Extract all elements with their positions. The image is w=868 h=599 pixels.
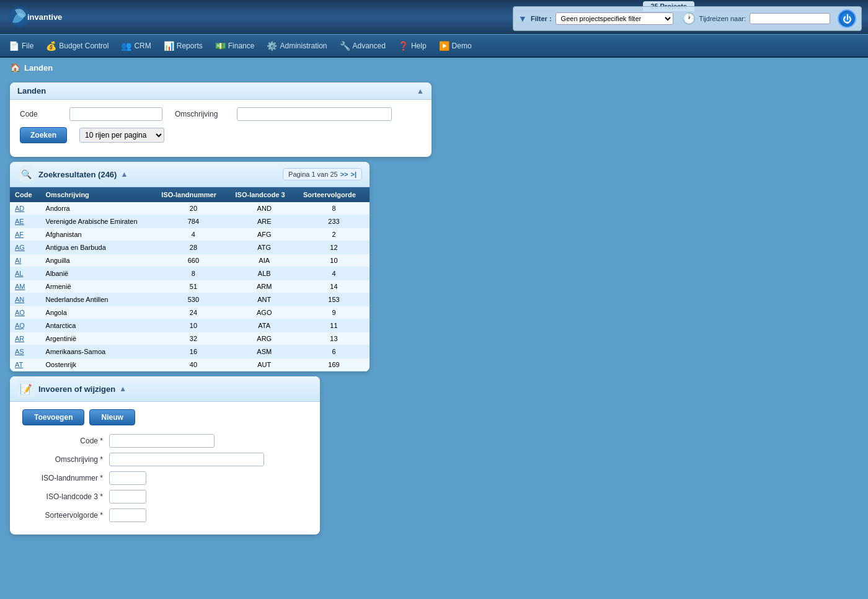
- pagination-info: Pagina 1 van 25 >> >|: [283, 168, 362, 180]
- results-search-icon: 🔍: [17, 166, 35, 183]
- edit-field-row-iso_landcode3: ISO-landcode 3 *: [22, 490, 308, 504]
- nav-item-crm[interactable]: 👥 CRM: [115, 38, 157, 53]
- row-code-link[interactable]: AL: [15, 270, 23, 277]
- row-code-link[interactable]: AT: [15, 361, 23, 368]
- code-input[interactable]: [69, 107, 162, 121]
- crm-icon: 👥: [121, 41, 131, 51]
- toevoegen-button[interactable]: Toevoegen: [22, 409, 84, 425]
- row-code-link[interactable]: AS: [15, 348, 24, 355]
- cell-iso-num: 28: [156, 241, 230, 254]
- code-label: Code: [20, 110, 57, 118]
- cell-iso-num: 51: [156, 280, 230, 293]
- results-panel-header: 🔍 Zoekresultaten (246) ▲ Pagina 1 van 25…: [10, 162, 370, 187]
- help-icon: ❓: [398, 41, 409, 51]
- cell-code: AS: [10, 345, 41, 358]
- cell-omschrijving: Afghanistan: [41, 228, 157, 241]
- cell-iso3: AIA: [231, 254, 298, 267]
- cell-sort: 12: [298, 241, 370, 254]
- row-code-link[interactable]: AG: [15, 244, 25, 251]
- cell-sort: 2: [298, 228, 370, 241]
- edit-input-code[interactable]: [109, 434, 215, 448]
- cell-omschrijving: Verenigde Arabische Emiraten: [41, 215, 157, 228]
- results-title-text: Zoekresultaten (246): [38, 170, 117, 179]
- row-code-link[interactable]: AM: [15, 283, 25, 290]
- table-row: AF Afghanistan 4 AFG 2: [10, 228, 370, 241]
- cell-sort: 11: [298, 319, 370, 332]
- nieuw-button[interactable]: Nieuw: [89, 409, 135, 425]
- svg-text:invantive: invantive: [27, 12, 62, 22]
- cell-omschrijving: Argentinië: [41, 332, 157, 345]
- cell-code: AQ: [10, 319, 41, 332]
- row-code-link[interactable]: AF: [15, 231, 24, 238]
- filter-select[interactable]: Geen projectspecifiek filter: [556, 12, 673, 25]
- nav-item-reports[interactable]: 📊 Reports: [157, 38, 209, 53]
- edit-toolbar: Toevoegen Nieuw: [22, 409, 308, 425]
- table-row: AD Andorra 20 AND 8: [10, 202, 370, 215]
- edit-icon: 📝: [17, 380, 35, 397]
- row-code-link[interactable]: AE: [15, 218, 24, 225]
- cell-code: AE: [10, 215, 41, 228]
- reports-icon: 📊: [164, 41, 174, 51]
- edit-input-sorteervolgorde[interactable]: [109, 508, 146, 522]
- nav-item-demo[interactable]: ▶️ Demo: [433, 38, 478, 53]
- nav-item-admin[interactable]: ⚙️ Administration: [260, 38, 333, 53]
- search-panel-collapse[interactable]: ▲: [417, 87, 424, 95]
- tijdreizen-input[interactable]: [750, 13, 830, 24]
- search-panel-header: Landen ▲: [10, 82, 432, 100]
- filter-label: Filter :: [531, 15, 552, 22]
- results-table: Code Omschrijving ISO-landnummer ISO-lan…: [10, 187, 370, 371]
- nav-item-file[interactable]: 📄 File: [2, 38, 40, 53]
- rows-per-page-select[interactable]: 10 rijen per pagina 25 rijen per pagina …: [79, 128, 164, 143]
- row-code-link[interactable]: AI: [15, 257, 21, 264]
- edit-label-omschrijving: Omschrijving *: [22, 455, 109, 464]
- clock-icon: 🕐: [682, 12, 696, 25]
- cell-iso-num: 40: [156, 358, 230, 371]
- edit-label-iso_landnummer: ISO-landnummer *: [22, 474, 109, 482]
- cell-omschrijving: Antigua en Barbuda: [41, 241, 157, 254]
- cell-iso3: ATA: [231, 319, 298, 332]
- cell-code: AT: [10, 358, 41, 371]
- row-code-link[interactable]: AD: [15, 205, 24, 212]
- cell-code: AM: [10, 280, 41, 293]
- power-button[interactable]: ⏻: [838, 9, 856, 28]
- breadcrumb: 🏠 Landen: [0, 58, 868, 78]
- search-panel: Landen ▲ Code Omschrijving Zoeken 10 rij…: [10, 82, 432, 157]
- row-code-link[interactable]: AQ: [15, 322, 25, 329]
- omschrijving-input[interactable]: [237, 107, 392, 121]
- cell-iso-num: 4: [156, 228, 230, 241]
- cell-iso-num: 660: [156, 254, 230, 267]
- table-row: AM Armenië 51 ARM 14: [10, 280, 370, 293]
- cell-omschrijving: Armenië: [41, 280, 157, 293]
- cell-code: AN: [10, 293, 41, 306]
- cell-sort: 6: [298, 345, 370, 358]
- pagination-last[interactable]: >|: [350, 171, 356, 178]
- edit-field-row-sorteervolgorde: Sorteervolgorde *: [22, 508, 308, 522]
- row-code-link[interactable]: AR: [15, 335, 24, 342]
- edit-panel-collapse[interactable]: ▲: [119, 384, 126, 393]
- nav-item-help[interactable]: ❓ Help: [392, 38, 433, 53]
- results-panel-collapse[interactable]: ▲: [120, 170, 128, 179]
- cell-iso-num: 8: [156, 267, 230, 280]
- admin-icon: ⚙️: [267, 41, 277, 51]
- cell-iso3: ARG: [231, 332, 298, 345]
- home-icon: 🏠: [10, 63, 20, 73]
- edit-panel: 📝 Invoeren of wijzigen ▲ Toevoegen Nieuw…: [10, 376, 320, 535]
- cell-code: AL: [10, 267, 41, 280]
- zoeken-button[interactable]: Zoeken: [20, 127, 67, 143]
- col-iso3: ISO-landcode 3: [231, 187, 298, 202]
- col-code: Code: [10, 187, 41, 202]
- nav-item-finance[interactable]: 💵 Finance: [209, 38, 261, 53]
- table-row: AE Verenigde Arabische Emiraten 784 ARE …: [10, 215, 370, 228]
- row-code-link[interactable]: AN: [15, 296, 24, 303]
- edit-input-iso_landcode3[interactable]: [109, 490, 146, 504]
- edit-input-iso_landnummer[interactable]: [109, 471, 146, 485]
- cell-iso3: ALB: [231, 267, 298, 280]
- cell-omschrijving: Nederlandse Antillen: [41, 293, 157, 306]
- nav-item-budget[interactable]: 💰 Budget Control: [40, 38, 115, 53]
- nav-item-advanced[interactable]: 🔧 Advanced: [334, 38, 392, 53]
- pagination-next[interactable]: >>: [340, 171, 348, 178]
- edit-input-omschrijving[interactable]: [109, 453, 264, 466]
- cell-iso3: ARM: [231, 280, 298, 293]
- edit-panel-title: Invoeren of wijzigen: [38, 384, 115, 394]
- row-code-link[interactable]: AO: [15, 309, 25, 316]
